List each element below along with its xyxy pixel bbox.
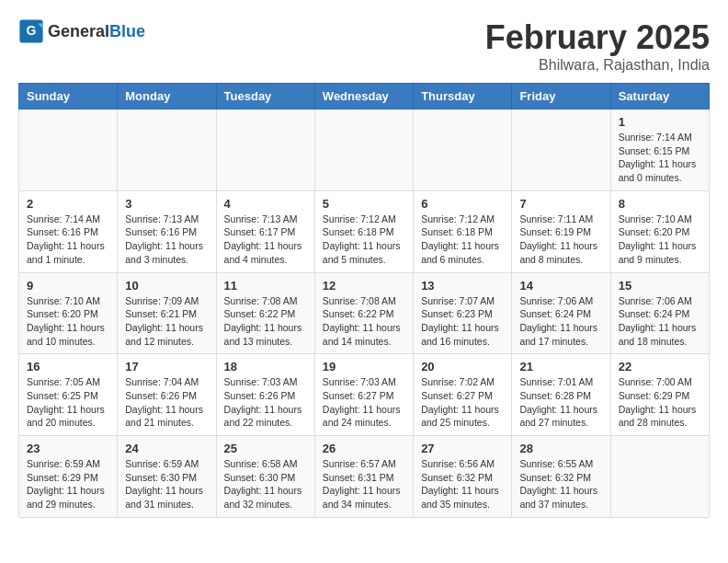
header-sunday: Sunday	[19, 84, 118, 109]
table-row: 23Sunrise: 6:59 AMSunset: 6:29 PMDayligh…	[19, 436, 118, 518]
day-number: 14	[519, 279, 602, 293]
day-info: Sunrise: 7:12 AMSunset: 6:18 PMDaylight:…	[421, 213, 504, 267]
day-info: Sunrise: 7:03 AMSunset: 6:27 PMDaylight:…	[323, 375, 405, 430]
calendar-week-row: 16Sunrise: 7:05 AMSunset: 6:25 PMDayligh…	[19, 354, 710, 436]
calendar-title: February 2025	[485, 18, 710, 57]
day-number: 24	[125, 442, 208, 455]
table-row: 12Sunrise: 7:08 AMSunset: 6:22 PMDayligh…	[314, 272, 413, 354]
table-row: 6Sunrise: 7:12 AMSunset: 6:18 PMDaylight…	[414, 190, 512, 272]
calendar-week-row: 23Sunrise: 6:59 AMSunset: 6:29 PMDayligh…	[19, 436, 710, 518]
table-row	[610, 436, 709, 518]
day-number: 27	[421, 442, 504, 455]
day-info: Sunrise: 7:03 AMSunset: 6:26 PMDaylight:…	[224, 375, 307, 430]
table-row: 26Sunrise: 6:57 AMSunset: 6:31 PMDayligh…	[314, 436, 413, 518]
table-row: 11Sunrise: 7:08 AMSunset: 6:22 PMDayligh…	[216, 272, 314, 354]
table-row: 22Sunrise: 7:00 AMSunset: 6:29 PMDayligh…	[610, 354, 709, 436]
day-number: 16	[27, 360, 109, 373]
table-row: 15Sunrise: 7:06 AMSunset: 6:24 PMDayligh…	[610, 272, 709, 354]
table-row	[19, 109, 118, 191]
day-info: Sunrise: 7:00 AMSunset: 6:29 PMDaylight:…	[619, 375, 701, 430]
table-row: 27Sunrise: 6:56 AMSunset: 6:32 PMDayligh…	[414, 436, 512, 518]
header-saturday: Saturday	[610, 84, 709, 109]
table-row: 21Sunrise: 7:01 AMSunset: 6:28 PMDayligh…	[512, 354, 610, 436]
day-number: 9	[27, 279, 109, 293]
logo: G GeneralBlue	[18, 18, 145, 44]
day-info: Sunrise: 7:01 AMSunset: 6:28 PMDaylight:…	[519, 375, 602, 430]
page-header: G GeneralBlue February 2025 Bhilwara, Ra…	[18, 18, 710, 74]
table-row: 4Sunrise: 7:13 AMSunset: 6:17 PMDaylight…	[216, 190, 314, 272]
day-info: Sunrise: 7:06 AMSunset: 6:24 PMDaylight:…	[619, 294, 701, 349]
header-thursday: Thursday	[414, 84, 512, 109]
header-friday: Friday	[512, 84, 610, 109]
table-row: 10Sunrise: 7:09 AMSunset: 6:21 PMDayligh…	[118, 272, 216, 354]
table-row: 24Sunrise: 6:59 AMSunset: 6:30 PMDayligh…	[118, 436, 216, 518]
day-info: Sunrise: 7:05 AMSunset: 6:25 PMDaylight:…	[27, 375, 109, 430]
day-info: Sunrise: 7:10 AMSunset: 6:20 PMDaylight:…	[619, 213, 701, 267]
day-info: Sunrise: 6:59 AMSunset: 6:29 PMDaylight:…	[27, 457, 109, 511]
calendar-subtitle: Bhilwara, Rajasthan, India	[485, 57, 710, 74]
day-info: Sunrise: 7:02 AMSunset: 6:27 PMDaylight:…	[421, 375, 504, 430]
table-row: 25Sunrise: 6:58 AMSunset: 6:30 PMDayligh…	[216, 436, 314, 518]
table-row: 28Sunrise: 6:55 AMSunset: 6:32 PMDayligh…	[512, 436, 610, 518]
calendar-week-row: 9Sunrise: 7:10 AMSunset: 6:20 PMDaylight…	[19, 272, 710, 354]
calendar-table: Sunday Monday Tuesday Wednesday Thursday…	[18, 83, 710, 518]
day-number: 20	[421, 360, 504, 373]
day-info: Sunrise: 7:04 AMSunset: 6:26 PMDaylight:…	[125, 375, 208, 430]
day-number: 17	[125, 360, 208, 373]
table-row: 13Sunrise: 7:07 AMSunset: 6:23 PMDayligh…	[414, 272, 512, 354]
table-row: 18Sunrise: 7:03 AMSunset: 6:26 PMDayligh…	[216, 354, 314, 436]
table-row: 14Sunrise: 7:06 AMSunset: 6:24 PMDayligh…	[512, 272, 610, 354]
day-number: 28	[519, 442, 602, 455]
header-monday: Monday	[118, 84, 216, 109]
table-row	[314, 109, 413, 191]
title-area: February 2025 Bhilwara, Rajasthan, India	[485, 18, 710, 74]
day-info: Sunrise: 7:12 AMSunset: 6:18 PMDaylight:…	[323, 213, 405, 267]
day-info: Sunrise: 6:55 AMSunset: 6:32 PMDaylight:…	[519, 457, 602, 511]
table-row: 7Sunrise: 7:11 AMSunset: 6:19 PMDaylight…	[512, 190, 610, 272]
calendar-header-row: Sunday Monday Tuesday Wednesday Thursday…	[19, 84, 710, 109]
calendar-week-row: 2Sunrise: 7:14 AMSunset: 6:16 PMDaylight…	[19, 190, 710, 272]
day-number: 5	[323, 197, 405, 211]
day-number: 23	[27, 442, 109, 455]
table-row: 9Sunrise: 7:10 AMSunset: 6:20 PMDaylight…	[19, 272, 118, 354]
table-row: 2Sunrise: 7:14 AMSunset: 6:16 PMDaylight…	[19, 190, 118, 272]
day-number: 7	[519, 197, 602, 211]
day-info: Sunrise: 7:14 AMSunset: 6:15 PMDaylight:…	[619, 131, 701, 185]
day-info: Sunrise: 6:59 AMSunset: 6:30 PMDaylight:…	[125, 457, 208, 511]
table-row: 1Sunrise: 7:14 AMSunset: 6:15 PMDaylight…	[610, 109, 709, 191]
day-number: 13	[421, 279, 504, 293]
day-info: Sunrise: 7:13 AMSunset: 6:16 PMDaylight:…	[125, 213, 208, 267]
day-info: Sunrise: 7:08 AMSunset: 6:22 PMDaylight:…	[224, 294, 307, 349]
table-row: 17Sunrise: 7:04 AMSunset: 6:26 PMDayligh…	[118, 354, 216, 436]
day-info: Sunrise: 7:07 AMSunset: 6:23 PMDaylight:…	[421, 294, 504, 349]
day-info: Sunrise: 7:14 AMSunset: 6:16 PMDaylight:…	[27, 213, 109, 267]
table-row	[512, 109, 610, 191]
day-number: 8	[619, 197, 701, 211]
day-number: 26	[323, 442, 405, 455]
day-number: 25	[224, 442, 307, 455]
day-number: 1	[619, 115, 701, 129]
day-number: 6	[421, 197, 504, 211]
day-number: 22	[619, 360, 701, 373]
day-info: Sunrise: 7:10 AMSunset: 6:20 PMDaylight:…	[27, 294, 109, 349]
table-row	[216, 109, 314, 191]
day-number: 2	[27, 197, 109, 211]
day-info: Sunrise: 6:58 AMSunset: 6:30 PMDaylight:…	[224, 457, 307, 511]
day-number: 18	[224, 360, 307, 373]
header-wednesday: Wednesday	[314, 84, 413, 109]
svg-text:G: G	[27, 23, 37, 38]
table-row: 3Sunrise: 7:13 AMSunset: 6:16 PMDaylight…	[118, 190, 216, 272]
table-row: 5Sunrise: 7:12 AMSunset: 6:18 PMDaylight…	[314, 190, 413, 272]
header-tuesday: Tuesday	[216, 84, 314, 109]
day-number: 15	[619, 279, 701, 293]
logo-text: GeneralBlue	[48, 22, 145, 41]
day-number: 11	[224, 279, 307, 293]
day-info: Sunrise: 7:08 AMSunset: 6:22 PMDaylight:…	[323, 294, 405, 349]
calendar-week-row: 1Sunrise: 7:14 AMSunset: 6:15 PMDaylight…	[19, 109, 710, 191]
day-info: Sunrise: 6:57 AMSunset: 6:31 PMDaylight:…	[323, 457, 405, 511]
logo-icon: G	[18, 18, 44, 44]
day-number: 12	[323, 279, 405, 293]
day-info: Sunrise: 6:56 AMSunset: 6:32 PMDaylight:…	[421, 457, 504, 511]
day-info: Sunrise: 7:09 AMSunset: 6:21 PMDaylight:…	[125, 294, 208, 349]
table-row: 19Sunrise: 7:03 AMSunset: 6:27 PMDayligh…	[314, 354, 413, 436]
